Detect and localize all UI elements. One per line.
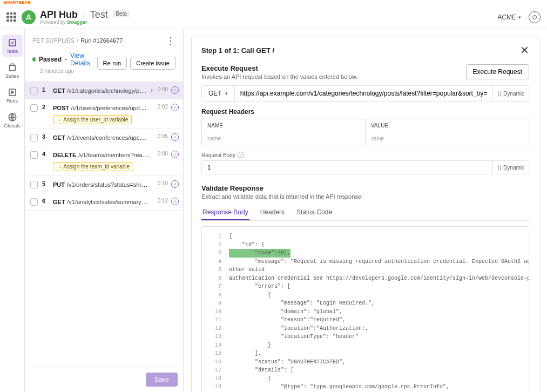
step-path: /v1/categories/technology/posts/la...: [67, 86, 147, 94]
smartbear-bar: SMARTBEAR: [0, 0, 547, 5]
method-select[interactable]: GET▾: [202, 86, 235, 101]
breadcrumb-parent[interactable]: PET SUPPLIES: [32, 37, 75, 44]
code-text[interactable]: "details": [: [229, 366, 294, 375]
line-number: 19: [208, 383, 221, 391]
code-text[interactable]: "message": "Login Required.",: [229, 299, 375, 308]
code-text[interactable]: {: [229, 232, 232, 241]
request-body-input[interactable]: [202, 161, 492, 174]
kebab-menu-icon[interactable]: ⋯: [165, 36, 177, 45]
apps-grid-icon[interactable]: [6, 12, 16, 22]
dynamic-toggle[interactable]: ⟨⟩Dynamic: [492, 86, 529, 101]
body-dynamic-toggle[interactable]: ⟨⟩Dynamic: [492, 161, 529, 174]
response-body-code[interactable]: 1{2 "id": {3 "code":401,4 "message": "Re…: [201, 226, 529, 392]
validate-title: Validate Response: [201, 184, 529, 192]
execute-title: Execute Request: [201, 64, 357, 72]
line-number: 5: [208, 266, 221, 274]
code-text[interactable]: {: [229, 375, 271, 383]
save-button[interactable]: Save: [146, 373, 178, 387]
steps-list: 1 GET /v1/categories/technology/posts/la…: [25, 82, 183, 367]
org-selector[interactable]: ACME▾: [497, 13, 521, 21]
step-status-icon: ✓: [171, 151, 179, 158]
chevron-down-icon: ▾: [518, 15, 521, 20]
line-number: 6: [208, 274, 221, 283]
sidebar-item-runs[interactable]: Runs: [2, 84, 23, 107]
step-path: /v1/teams/members?reason=in...: [78, 151, 150, 159]
code-text[interactable]: "domain": "global",: [229, 308, 342, 316]
beta-badge: Beta: [113, 10, 130, 17]
step-status-icon: ✓: [171, 86, 179, 94]
line-number: 12: [208, 325, 221, 333]
assign-badge: → Assign the team_id variable: [53, 162, 133, 171]
header-col-name: NAME: [202, 119, 366, 132]
step-checkbox[interactable]: [30, 104, 38, 112]
step-number: 3: [42, 133, 49, 140]
url-input[interactable]: [235, 86, 492, 101]
step-row[interactable]: 5 PUT /v1/orders/status?status=shipped&.…: [25, 176, 183, 193]
tab-status-code[interactable]: Status Code: [295, 205, 333, 220]
app-logo: A: [22, 10, 36, 24]
step-number: 6: [42, 198, 49, 204]
code-text[interactable]: "@type": "type.googleapis.com/google.rpc…: [229, 383, 449, 391]
tab-response-body[interactable]: Response Body: [201, 205, 249, 220]
code-text[interactable]: {: [229, 291, 271, 300]
line-number: 2: [208, 241, 221, 249]
code-text[interactable]: "errors": [: [229, 282, 291, 291]
step-row[interactable]: 6 GET /v1/analytics/sales/summary?rang..…: [25, 193, 183, 211]
request-line: GET▾ ⟨⟩Dynamic: [201, 85, 529, 102]
step-row[interactable]: 1 GET /v1/categories/technology/posts/la…: [25, 82, 183, 99]
rerun-button[interactable]: Re-run: [97, 57, 127, 70]
line-number: 4: [208, 258, 221, 266]
sidebar-item-suites[interactable]: Suites: [2, 59, 23, 82]
step-checkbox[interactable]: [30, 181, 38, 188]
step-row[interactable]: 4 DELETE /v1/teams/members?reason=in... …: [25, 146, 183, 176]
code-text[interactable]: }: [229, 341, 271, 350]
close-icon[interactable]: ✕: [520, 44, 529, 57]
code-text[interactable]: "id": {: [229, 241, 265, 249]
code-text[interactable]: "message": "Request is missing required …: [229, 258, 529, 266]
status-text: Passed: [39, 56, 62, 63]
request-headers-title: Request Headers: [201, 108, 529, 116]
code-text[interactable]: other valid: [229, 266, 265, 274]
view-details-link[interactable]: View Details: [70, 52, 97, 67]
step-row[interactable]: 3 GET /v1/events/conferences/upcoming?..…: [25, 129, 183, 146]
tests-icon: [8, 38, 17, 48]
step-number: 1: [42, 86, 49, 93]
step-checkbox[interactable]: [30, 151, 38, 159]
suites-icon: [8, 63, 17, 72]
step-status-icon: ✓: [171, 180, 179, 188]
sidebar-item-tests[interactable]: Tests: [2, 35, 23, 57]
step-method: GET: [53, 199, 65, 205]
code-text[interactable]: "location":"Authorization:,: [229, 325, 368, 333]
step-row[interactable]: 2 POST /v1/users/preferences/update?no..…: [25, 99, 183, 129]
run-panel: PET SUPPLIES / Run #12664677 ⋯ Passed - …: [25, 29, 184, 392]
info-icon[interactable]: ?: [238, 152, 244, 158]
code-text[interactable]: "locationType": "header": [229, 333, 359, 341]
code-text[interactable]: "reason":"required",: [229, 316, 346, 325]
step-checkbox[interactable]: [30, 198, 38, 206]
code-text[interactable]: authentication credential See https://de…: [229, 274, 529, 283]
tab-headers[interactable]: Headers: [259, 205, 286, 220]
execute-request-button[interactable]: Execute Request: [466, 64, 529, 79]
code-text[interactable]: "status": "UNAUTHENTICATED",: [229, 358, 346, 367]
code-text[interactable]: "code":401,: [229, 249, 291, 258]
brackets-icon: ⟨⟩: [497, 91, 502, 97]
step-path: /v1/users/preferences/update?no...: [71, 104, 150, 112]
line-number: 18: [208, 375, 221, 383]
chevron-down-icon: ▾: [225, 91, 228, 96]
header-value-input[interactable]: value: [366, 132, 529, 145]
create-issue-button[interactable]: Create issue: [130, 57, 175, 70]
sidebar-item-globals[interactable]: Globals: [2, 109, 23, 132]
profile-icon[interactable]: [529, 11, 541, 23]
step-checkbox[interactable]: [30, 87, 38, 94]
line-number: 16: [208, 358, 221, 367]
step-method: PUT: [53, 181, 65, 188]
assign-badge: → Assign the user_id variable: [53, 115, 132, 124]
code-text[interactable]: ],: [229, 349, 261, 358]
app-section: Test: [90, 9, 108, 20]
step-checkbox[interactable]: [30, 134, 38, 141]
breadcrumb: PET SUPPLIES / Run #12664677 ⋯: [25, 29, 183, 49]
step-number: 5: [42, 180, 49, 187]
step-method: GET: [53, 134, 65, 141]
left-sidebar: Tests Suites Runs Globals: [0, 29, 25, 392]
header-name-input[interactable]: name: [202, 132, 366, 145]
